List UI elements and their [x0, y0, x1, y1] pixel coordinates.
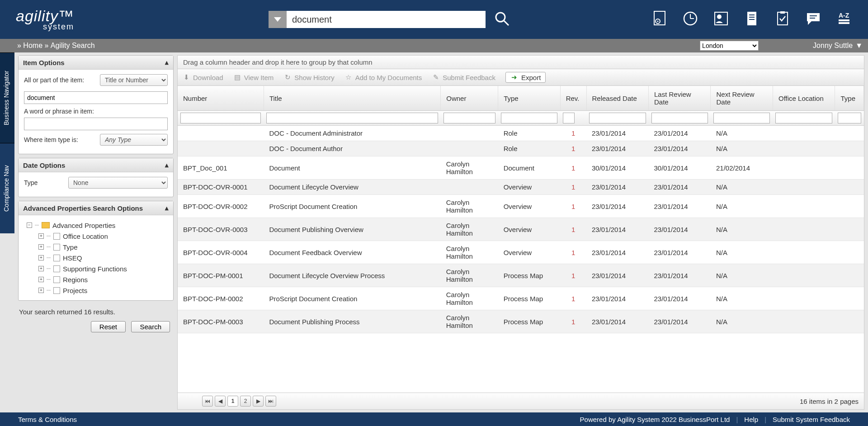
settings-doc-icon[interactable]	[651, 10, 668, 28]
select-title-or-number[interactable]: Title or Number	[100, 74, 168, 86]
clipboard-icon[interactable]	[774, 10, 791, 28]
search-button-side[interactable]: Search	[131, 321, 170, 332]
tree-expand-icon[interactable]: +	[38, 255, 44, 260]
search-button[interactable]	[494, 10, 510, 28]
tree-item[interactable]: +┈Regions	[24, 274, 168, 285]
table-row[interactable]: BPT-DOC-OVR-0001Document Lifecycle Overv…	[178, 180, 864, 195]
chat-icon[interactable]	[805, 10, 821, 28]
table-row[interactable]: BPT-DOC-OVR-0004Document Feedback Overvi…	[178, 241, 864, 264]
tree-item[interactable]: +┈Type	[24, 241, 168, 252]
col-type2[interactable]: Type	[835, 86, 864, 111]
panel-header-advanced[interactable]: Advanced Properties Search Options ▴	[19, 201, 173, 215]
filter-owner[interactable]	[443, 113, 495, 123]
filter-title[interactable]	[266, 113, 438, 123]
document-icon[interactable]	[744, 10, 760, 28]
footer-help[interactable]: Help	[744, 416, 758, 423]
checkbox[interactable]	[53, 276, 60, 283]
glossary-icon[interactable]: A-Z	[836, 10, 852, 28]
toolbar-view[interactable]: ▤View Item	[233, 72, 274, 83]
cell-released: 23/01/2014	[586, 241, 648, 264]
toolbar-history[interactable]: ↻Show History	[283, 72, 334, 83]
contact-icon[interactable]	[713, 10, 729, 28]
table-row[interactable]: BPT-DOC-PM-0003Document Publishing Proce…	[178, 310, 864, 333]
tree-expand-icon[interactable]: +	[38, 266, 44, 271]
checkbox[interactable]	[53, 265, 60, 272]
cell-type: Overview	[498, 218, 560, 241]
tree-item[interactable]: +┈HSEQ	[24, 252, 168, 263]
col-last-review[interactable]: Last Review Date	[649, 86, 711, 111]
cell-last: 23/01/2014	[649, 310, 711, 333]
cell-rev: 1	[560, 180, 586, 195]
tab-business-navigator[interactable]: Business Navigator	[0, 52, 14, 143]
tree-item[interactable]: +┈Supporting Functions	[24, 263, 168, 274]
checkbox[interactable]	[53, 255, 60, 261]
tree-label: Type	[63, 243, 78, 251]
col-released[interactable]: Released Date	[586, 86, 648, 111]
filter-next[interactable]	[713, 113, 770, 123]
panel-header-item[interactable]: Item Options ▴	[19, 56, 173, 70]
col-office[interactable]: Office Location	[773, 86, 835, 111]
col-type[interactable]: Type	[498, 86, 560, 111]
location-select[interactable]: London	[700, 41, 759, 51]
toolbar-add[interactable]: ☆Add to My Documents	[344, 72, 422, 83]
filter-type[interactable]	[501, 113, 557, 123]
filter-type2[interactable]	[838, 113, 861, 123]
tree-item[interactable]: +┈Office Location	[24, 231, 168, 241]
toolbar-feedback[interactable]: ✎Submit Feedback	[432, 72, 495, 83]
select-date-type[interactable]: None	[68, 177, 168, 189]
checkbox[interactable]	[53, 233, 60, 240]
filter-rev[interactable]	[563, 113, 575, 123]
pager-first[interactable]: ⏮	[202, 396, 213, 407]
filter-number[interactable]	[180, 113, 261, 123]
select-any-type[interactable]: Any Type	[100, 134, 168, 146]
table-row[interactable]: BPT-DOC-PM-0001Document Lifecycle Overvi…	[178, 264, 864, 287]
breadcrumb-home[interactable]: Home	[23, 42, 42, 50]
filter-office[interactable]	[775, 113, 832, 123]
cell-next: N/A	[711, 310, 773, 333]
table-row[interactable]: BPT_Doc_001DocumentCarolynHamiltonDocume…	[178, 156, 864, 180]
search-wrap	[269, 10, 510, 28]
toolbar-download[interactable]: ⬇Download	[182, 72, 223, 83]
search-input[interactable]	[287, 11, 486, 28]
input-item-text[interactable]	[24, 91, 168, 104]
logo[interactable]: agility™ system	[16, 7, 74, 32]
table-row[interactable]: DOC - Document AuthorRole123/01/201423/0…	[178, 141, 864, 156]
tree-expand-icon[interactable]: +	[38, 244, 44, 250]
bc-sep: »	[17, 42, 21, 50]
filter-last[interactable]	[651, 113, 708, 123]
col-next-review[interactable]: Next Review Date	[711, 86, 773, 111]
table-row[interactable]: BPT-DOC-PM-0002ProScript Document Creati…	[178, 287, 864, 310]
group-by-hint[interactable]: Drag a column header and drop it here to…	[178, 56, 864, 69]
panel-header-date[interactable]: Date Options ▴	[19, 158, 173, 172]
checkbox[interactable]	[53, 287, 60, 294]
filter-released[interactable]	[589, 113, 646, 123]
tree-collapse-icon[interactable]: −	[27, 222, 32, 228]
col-number[interactable]: Number	[178, 86, 264, 111]
toolbar-export[interactable]: ➜Export	[505, 72, 546, 83]
tree-expand-icon[interactable]: +	[38, 288, 44, 293]
table-row[interactable]: BPT-DOC-OVR-0002ProScript Document Creat…	[178, 195, 864, 218]
tree-item[interactable]: +┈Projects	[24, 285, 168, 296]
footer-feedback[interactable]: Submit System Feedback	[773, 416, 850, 423]
reset-button[interactable]: Reset	[91, 321, 126, 332]
pager-page-1[interactable]: 1	[227, 396, 238, 407]
col-owner[interactable]: Owner	[441, 86, 498, 111]
tab-compliance-nav[interactable]: Compliance Nav	[0, 143, 14, 233]
tree-expand-icon[interactable]: +	[38, 277, 44, 282]
footer-terms[interactable]: Terms & Conditions	[18, 416, 77, 423]
user-menu[interactable]: Jonny Suttle ▼	[813, 42, 863, 50]
table-row[interactable]: DOC - Document AdministratorRole123/01/2…	[178, 126, 864, 141]
clock-icon[interactable]	[682, 10, 698, 28]
col-title[interactable]: Title	[264, 86, 440, 111]
tree-root[interactable]: − ┈ Advanced Properties	[24, 220, 168, 231]
search-type-dropdown[interactable]	[269, 11, 287, 28]
tree-expand-icon[interactable]: +	[38, 233, 44, 239]
pager-page-2[interactable]: 2	[240, 396, 251, 407]
pager-last[interactable]: ⏭	[265, 396, 276, 407]
col-rev[interactable]: Rev.	[560, 86, 586, 111]
pager-prev[interactable]: ◀	[215, 396, 226, 407]
input-word-phrase[interactable]	[24, 118, 168, 130]
checkbox[interactable]	[53, 244, 60, 251]
table-row[interactable]: BPT-DOC-OVR-0003Document Publishing Over…	[178, 218, 864, 241]
pager-next[interactable]: ▶	[253, 396, 264, 407]
